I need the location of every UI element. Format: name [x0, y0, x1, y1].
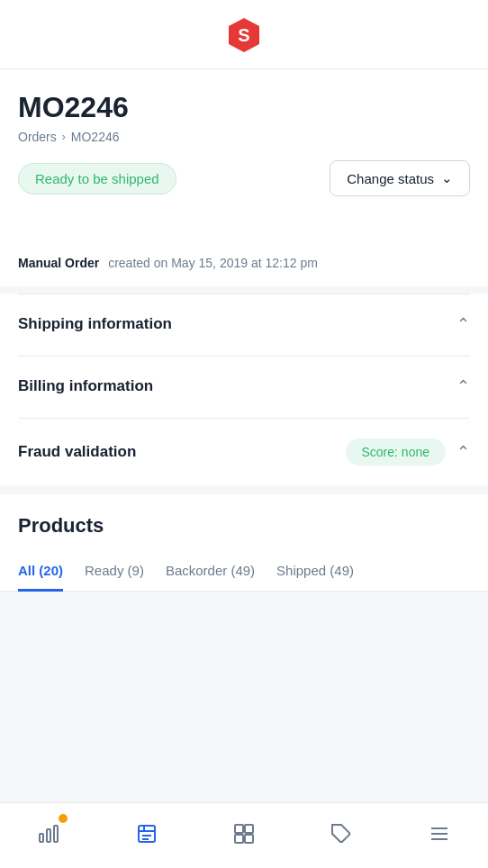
order-meta-date: created on May 15, 2019 at 12:12 pm: [108, 256, 318, 270]
svg-rect-11: [245, 825, 253, 833]
fraud-section-row[interactable]: Fraud validation Score: none ⌃: [18, 419, 470, 485]
analytics-icon: [38, 823, 59, 845]
orders-icon: [136, 823, 158, 845]
logo: S: [223, 14, 265, 56]
svg-rect-2: [40, 834, 43, 842]
tab-ready[interactable]: Ready (9): [85, 552, 144, 592]
nav-item-tags[interactable]: [319, 814, 364, 854]
svg-rect-4: [54, 826, 58, 842]
nav-item-analytics[interactable]: [26, 814, 71, 854]
svg-text:S: S: [238, 25, 249, 45]
products-icon: [233, 823, 255, 845]
billing-section-row[interactable]: Billing information ⌃: [18, 357, 470, 416]
status-badge: Ready to be shipped: [18, 163, 176, 194]
bottom-nav: [0, 802, 488, 868]
shipping-section: Shipping information ⌃: [0, 294, 488, 354]
chevron-down-icon: ⌄: [441, 170, 453, 186]
sections-group: Shipping information ⌃ Billing informati…: [0, 294, 488, 485]
svg-rect-10: [235, 825, 243, 833]
breadcrumb-parent[interactable]: Orders: [18, 130, 57, 144]
tags-icon: [330, 823, 352, 845]
tab-backorder[interactable]: Backorder (49): [166, 552, 255, 592]
tab-shipped[interactable]: Shipped (49): [276, 552, 354, 592]
svg-rect-13: [245, 835, 253, 843]
shipping-section-row[interactable]: Shipping information ⌃: [18, 294, 470, 354]
tab-all[interactable]: All (20): [18, 552, 63, 592]
shipping-title: Shipping information: [18, 315, 172, 333]
breadcrumb-separator: ›: [62, 131, 66, 143]
nav-item-menu[interactable]: [417, 814, 462, 854]
order-header-section: MO2246 Orders › MO2246 Ready to be shipp…: [0, 69, 488, 232]
products-title: Products: [18, 514, 470, 538]
products-tabs: All (20) Ready (9) Backorder (49) Shippe…: [0, 552, 488, 592]
nav-item-orders[interactable]: [124, 814, 169, 854]
order-meta-label: Manual Order: [18, 256, 99, 270]
billing-chevron-up-icon: ⌃: [456, 376, 470, 396]
fraud-title: Fraud validation: [18, 443, 136, 461]
products-section: Products All (20) Ready (9) Backorder (4…: [0, 494, 488, 592]
status-row: Ready to be shipped Change status ⌄: [18, 160, 470, 196]
menu-icon: [429, 823, 450, 845]
fraud-chevron-up-icon: ⌃: [456, 442, 470, 462]
breadcrumb: Orders › MO2246: [18, 130, 470, 144]
main-content-area: MO2246 Orders › MO2246 Ready to be shipp…: [0, 69, 488, 286]
top-header: S: [0, 0, 488, 69]
fraud-right: Score: none ⌃: [346, 439, 471, 466]
order-id-title: MO2246: [18, 91, 470, 124]
change-status-button[interactable]: Change status ⌄: [330, 160, 470, 196]
billing-section: Billing information ⌃: [0, 357, 488, 416]
breadcrumb-current: MO2246: [71, 130, 120, 144]
nav-item-products[interactable]: [221, 814, 267, 854]
billing-title: Billing information: [18, 377, 153, 395]
score-badge: Score: none: [346, 439, 447, 466]
fraud-section: Fraud validation Score: none ⌃: [0, 419, 488, 485]
svg-rect-3: [47, 829, 50, 842]
shipping-chevron-up-icon: ⌃: [456, 314, 470, 334]
order-meta: Manual Order created on May 15, 2019 at …: [0, 240, 488, 286]
change-status-label: Change status: [347, 171, 434, 186]
svg-rect-12: [235, 835, 243, 843]
products-header: Products: [0, 494, 488, 538]
analytics-badge: [59, 814, 68, 823]
